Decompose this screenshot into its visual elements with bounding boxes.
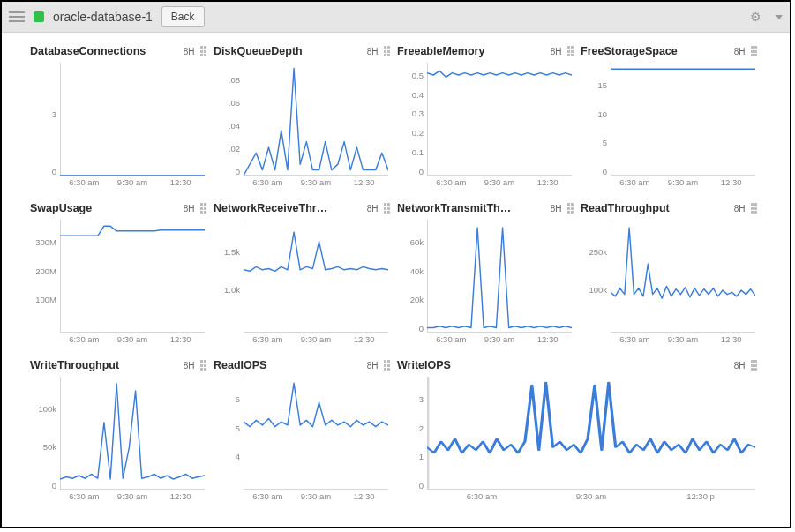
y-tick: .04 — [214, 107, 244, 130]
chart-title: NetworkTransmitTh… — [397, 202, 551, 214]
grip-icon[interactable] — [567, 46, 574, 56]
chart-plot: 100k250k6:30 am9:30 am12:30 — [581, 218, 757, 348]
chart-plot: 01236:30 am9:30 am12:30 p — [397, 375, 757, 506]
y-tick: 3 — [397, 375, 427, 404]
y-axis: 1.0k1.5k — [214, 218, 244, 333]
time-range-label[interactable]: 8H — [367, 361, 379, 371]
y-tick: 5 — [581, 118, 611, 147]
chart-title: FreeableMemory — [397, 45, 551, 57]
grip-icon[interactable] — [567, 203, 574, 214]
y-tick: .02 — [214, 130, 244, 153]
grip-icon[interactable] — [751, 203, 758, 214]
chart-plot: 0.02.04.06.086:30 am9:30 am12:30 — [214, 61, 390, 191]
grip-icon[interactable] — [200, 203, 207, 214]
chart-header: NetworkReceiveThr…8H — [214, 199, 390, 218]
x-tick: 9:30 am — [476, 177, 524, 191]
x-tick: 6:30 am — [60, 177, 109, 191]
x-tick: 9:30 am — [659, 334, 708, 348]
y-axis: 456 — [214, 375, 244, 490]
x-tick: 6:30 am — [611, 334, 659, 348]
y-tick: 6 — [214, 375, 244, 404]
grip-icon[interactable] — [751, 360, 758, 371]
gear-icon[interactable]: ⚙ — [746, 6, 765, 27]
chart-plot: 020k40k60k6:30 am9:30 am12:30 — [397, 218, 574, 348]
y-tick: 0.5 — [397, 61, 427, 80]
y-tick: 60k — [397, 218, 427, 247]
grip-icon[interactable] — [200, 46, 207, 56]
time-range-label[interactable]: 8H — [551, 47, 562, 56]
chart-card-nettx: NetworkTransmitTh…8H020k40k60k6:30 am9:3… — [397, 199, 574, 348]
x-axis: 6:30 am9:30 am12:30 — [60, 334, 205, 348]
grip-icon[interactable] — [384, 360, 391, 371]
chart-card-freemem: FreeableMemory8H00.10.20.30.40.56:30 am9… — [397, 41, 574, 191]
y-tick: 0 — [30, 118, 60, 176]
chart-plot: 00.10.20.30.40.56:30 am9:30 am12:30 — [397, 61, 574, 191]
time-range-label[interactable]: 8H — [184, 361, 195, 371]
y-axis: 100k250k — [581, 218, 611, 333]
grip-icon[interactable] — [384, 46, 391, 56]
x-tick: 12:30 — [707, 334, 755, 348]
x-tick: 12:30 — [340, 491, 388, 506]
chart-title: SwapUsage — [30, 202, 184, 214]
time-range-label[interactable]: 8H — [367, 204, 379, 214]
chart-header: NetworkTransmitTh…8H — [397, 199, 574, 218]
chart-card-readiops: ReadIOPS8H4566:30 am9:30 am12:30 — [214, 356, 390, 506]
chart-plot: 050k100k6:30 am9:30 am12:30 — [30, 375, 206, 506]
x-tick: 12:30 — [156, 177, 205, 191]
x-tick: 6:30 am — [427, 177, 476, 191]
grip-icon[interactable] — [200, 360, 207, 371]
y-tick: 0.3 — [397, 99, 427, 118]
x-tick: 12:30 — [523, 334, 572, 348]
y-tick: 0 — [581, 147, 611, 176]
time-range-label[interactable]: 8H — [184, 204, 195, 214]
chart-plot: 4566:30 am9:30 am12:30 — [214, 375, 390, 506]
chart-title: ReadThroughput — [581, 202, 734, 214]
x-tick: 12:30 — [707, 177, 755, 191]
chart-plot: 100M200M300M6:30 am9:30 am12:30 — [30, 218, 206, 348]
y-tick: 2 — [397, 404, 427, 433]
x-tick: 6:30 am — [60, 491, 109, 506]
chart-card-freestor: FreeStorageSpace8H0510156:30 am9:30 am12… — [581, 41, 757, 191]
x-tick: 9:30 am — [109, 177, 157, 191]
y-tick: 15 — [581, 61, 611, 90]
x-tick: 6:30 am — [427, 491, 536, 506]
time-range-label[interactable]: 8H — [367, 47, 379, 56]
y-tick: 1 — [397, 432, 427, 461]
x-tick: 9:30 am — [476, 334, 524, 348]
y-tick: 100M — [30, 275, 60, 304]
y-tick: 3 — [30, 61, 60, 118]
time-range-label[interactable]: 8H — [551, 204, 562, 214]
back-button[interactable]: Back — [161, 6, 205, 27]
y-axis: 03 — [30, 61, 60, 176]
x-tick: 6:30 am — [244, 491, 292, 506]
time-range-label[interactable]: 8H — [734, 47, 746, 56]
y-tick: 50k — [30, 413, 60, 451]
y-tick: 0.4 — [397, 80, 427, 100]
time-range-label[interactable]: 8H — [184, 47, 195, 56]
y-tick: 0 — [397, 156, 427, 176]
page-title: oracle-database-1 — [53, 10, 153, 24]
chart-card-netrx: NetworkReceiveThr…8H1.0k1.5k6:30 am9:30 … — [214, 199, 390, 348]
y-tick: .08 — [214, 61, 244, 84]
chart-card-writeiops: WriteIOPS8H01236:30 am9:30 am12:30 p — [397, 356, 757, 506]
x-tick: 12:30 — [340, 177, 388, 191]
time-range-label[interactable]: 8H — [734, 204, 746, 214]
chart-title: FreeStorageSpace — [581, 45, 734, 57]
chart-header: SwapUsage8H — [30, 199, 206, 218]
x-axis: 6:30 am9:30 am12:30 — [427, 334, 572, 348]
x-tick: 9:30 am — [109, 491, 157, 506]
caret-down-icon[interactable] — [776, 15, 783, 19]
y-tick: 0 — [214, 153, 244, 176]
grip-icon[interactable] — [751, 46, 758, 56]
y-tick: 1.0k — [214, 256, 244, 294]
menu-icon[interactable] — [9, 9, 25, 25]
grip-icon[interactable] — [384, 203, 391, 214]
chart-header: FreeableMemory8H — [397, 41, 574, 61]
time-range-label[interactable]: 8H — [734, 361, 746, 371]
y-tick: .06 — [214, 84, 244, 107]
x-axis: 6:30 am9:30 am12:30 — [611, 177, 755, 191]
x-axis: 6:30 am9:30 am12:30 — [244, 491, 388, 506]
top-bar: oracle-database-1 Back ⚙ — [2, 2, 790, 33]
x-tick: 9:30 am — [292, 491, 341, 506]
chart-header: DiskQueueDepth8H — [214, 41, 390, 61]
